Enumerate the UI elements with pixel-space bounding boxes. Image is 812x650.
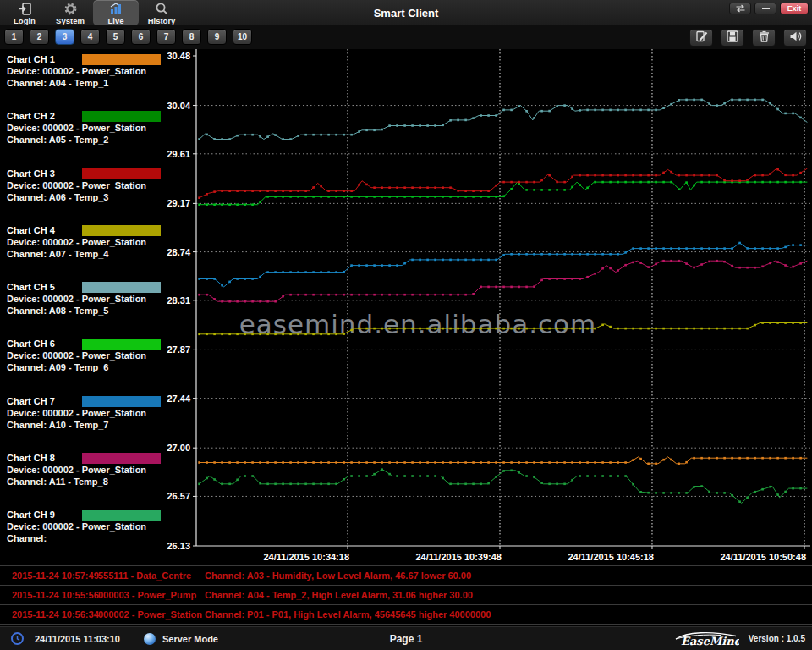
y-axis-label: 28.74 bbox=[167, 247, 190, 257]
y-axis-label: 27.44 bbox=[167, 394, 190, 404]
channel-color-swatch bbox=[82, 282, 161, 293]
window-buttons: Exit bbox=[729, 3, 809, 14]
status-bar: 24/11/2015 11:03:10 Server Mode Page 1 E… bbox=[0, 626, 812, 650]
nav-system[interactable]: System bbox=[47, 0, 93, 25]
alarm-row[interactable]: 2015-11-24 10:57:49555111 - Data_CentreC… bbox=[0, 566, 812, 586]
series-temp-3 bbox=[198, 168, 807, 199]
nav-live-label: Live bbox=[107, 16, 123, 25]
alarm-time: 2015-11-24 10:57:49 bbox=[0, 570, 98, 581]
swap-arrows-icon bbox=[735, 1, 746, 16]
clock-icon bbox=[10, 631, 25, 646]
channel-title: Chart CH 9 bbox=[7, 509, 82, 521]
page-tab-3[interactable]: 3 bbox=[55, 29, 74, 45]
floppy-disk-icon bbox=[727, 30, 738, 46]
channel-list: Chart CH 1Device: 000002 - Power_Station… bbox=[0, 49, 161, 565]
alarm-message: Channel: P01 - P01, High Level Alarm, 45… bbox=[205, 609, 491, 620]
channel-list-item[interactable]: Chart CH 1Device: 000002 - Power_Station… bbox=[0, 52, 161, 109]
page-tab-9[interactable]: 9 bbox=[207, 29, 227, 45]
series-temp-8 bbox=[198, 260, 807, 303]
nav-history-label: History bbox=[148, 16, 176, 25]
channel-channel: Channel: A07 - Temp_4 bbox=[7, 248, 161, 260]
channel-channel: Channel: A11 - Temp_8 bbox=[7, 476, 161, 488]
channel-device: Device: 000002 - Power_Station bbox=[7, 464, 161, 476]
alarm-device: 000002 - Power_Station bbox=[98, 609, 205, 620]
page-tab-1[interactable]: 1 bbox=[4, 29, 24, 45]
page-tab-7[interactable]: 7 bbox=[156, 29, 176, 45]
y-axis-labels: 30.4830.0429.6129.1728.7428.3127.8727.44… bbox=[167, 51, 190, 551]
alarm-row[interactable]: 2015-11-24 10:56:34000002 - Power_Statio… bbox=[0, 605, 812, 625]
series-temp-7 bbox=[198, 242, 807, 287]
channel-list-item[interactable]: Chart CH 3Device: 000002 - Power_Station… bbox=[0, 167, 161, 223]
nav-live[interactable]: Live bbox=[93, 0, 139, 25]
channel-title: Chart CH 5 bbox=[7, 281, 82, 293]
server-mode-label: Server Mode bbox=[162, 634, 218, 644]
volume-button[interactable] bbox=[783, 29, 807, 47]
bar-chart-icon bbox=[109, 2, 123, 16]
channel-device: Device: 000002 - Power_Station bbox=[7, 236, 161, 248]
save-button[interactable] bbox=[721, 29, 744, 47]
server-mode-icon bbox=[144, 633, 156, 645]
main-nav: Login System Live History bbox=[2, 0, 184, 25]
live-trend-chart: 30.4830.0429.6129.1728.7428.3127.8727.44… bbox=[161, 49, 812, 565]
channel-color-swatch bbox=[82, 339, 161, 350]
nav-history[interactable]: History bbox=[139, 0, 184, 25]
alarm-message: Channel: A04 - Temp_2, High Level Alarm,… bbox=[205, 590, 473, 600]
x-axis-label: 24/11/2015 10:45:18 bbox=[568, 552, 654, 562]
alarm-row[interactable]: 2015-11-24 10:55:56000003 - Power_PumpCh… bbox=[0, 586, 812, 605]
channel-color-swatch bbox=[82, 54, 161, 65]
minimize-button[interactable] bbox=[754, 3, 776, 14]
trash-can-icon bbox=[759, 30, 770, 46]
edit-button[interactable] bbox=[689, 29, 713, 47]
y-axis-label: 30.48 bbox=[167, 51, 190, 61]
y-axis-label: 29.17 bbox=[167, 198, 190, 208]
brand-text: EaseMind bbox=[681, 635, 739, 647]
channel-list-item[interactable]: Chart CH 4Device: 000002 - Power_Station… bbox=[0, 223, 161, 280]
page-tab-6[interactable]: 6 bbox=[131, 29, 151, 45]
channel-device: Device: 000002 - Power_Station bbox=[7, 350, 161, 361]
channel-device: Device: 000002 - Power_Station bbox=[7, 407, 161, 419]
smart-client-window: Login System Live History Smart bbox=[0, 0, 812, 650]
nav-login-label: Login bbox=[14, 16, 36, 25]
page-tab-10[interactable]: 10 bbox=[233, 29, 252, 45]
series-temp-5 bbox=[198, 99, 807, 140]
series-temp-1 bbox=[198, 457, 807, 465]
channel-color-swatch bbox=[82, 396, 161, 407]
watermark-text: easemind.en.alibaba.com bbox=[239, 309, 597, 339]
page-tab-5[interactable]: 5 bbox=[106, 29, 125, 45]
tab-row: 12345678910 bbox=[0, 25, 812, 49]
channel-channel: Channel: A10 - Temp_7 bbox=[7, 419, 161, 431]
switch-user-button[interactable] bbox=[729, 3, 751, 14]
channel-device: Device: 000002 - Power_Station bbox=[7, 521, 161, 532]
minimize-icon bbox=[762, 8, 770, 9]
channel-list-item[interactable]: Chart CH 9Device: 000002 - Power_Station… bbox=[0, 508, 161, 565]
channel-color-swatch bbox=[82, 453, 161, 464]
y-axis-label: 30.04 bbox=[167, 101, 190, 111]
channel-title: Chart CH 3 bbox=[7, 168, 82, 179]
x-axis-label: 24/11/2015 10:50:48 bbox=[720, 552, 806, 562]
chart-watermark: easemind.en.alibaba.com bbox=[239, 309, 597, 339]
version-label: Version : 1.0.5 bbox=[749, 634, 805, 643]
channel-list-item[interactable]: Chart CH 5Device: 000002 - Power_Station… bbox=[0, 280, 161, 337]
alarm-time: 2015-11-24 10:56:34 bbox=[0, 609, 98, 620]
y-axis-label: 28.31 bbox=[167, 295, 190, 306]
y-axis-label: 26.13 bbox=[167, 541, 190, 551]
channel-title: Chart CH 8 bbox=[7, 452, 82, 464]
channel-list-item[interactable]: Chart CH 6Device: 000002 - Power_Station… bbox=[0, 337, 161, 394]
y-axis-label: 27.00 bbox=[167, 443, 190, 453]
page-pencil-icon bbox=[695, 30, 708, 46]
page-tab-2[interactable]: 2 bbox=[30, 29, 49, 45]
nav-login[interactable]: Login bbox=[2, 0, 47, 25]
channel-list-item[interactable]: Chart CH 7Device: 000002 - Power_Station… bbox=[0, 394, 161, 451]
channel-list-item[interactable]: Chart CH 2Device: 000002 - Power_Station… bbox=[0, 109, 161, 166]
channel-list-item[interactable]: Chart CH 8Device: 000002 - Power_Station… bbox=[0, 451, 161, 508]
page-tab-8[interactable]: 8 bbox=[182, 29, 201, 45]
channel-channel: Channel: A09 - Temp_6 bbox=[7, 361, 161, 373]
nav-system-label: System bbox=[56, 16, 85, 25]
x-axis-label: 24/11/2015 10:34:18 bbox=[263, 552, 349, 562]
delete-button[interactable] bbox=[752, 29, 776, 47]
channel-title: Chart CH 7 bbox=[7, 395, 82, 407]
exit-button[interactable]: Exit bbox=[780, 3, 809, 14]
y-axis-label: 26.57 bbox=[167, 491, 190, 501]
header: Login System Live History Smart bbox=[0, 0, 812, 25]
page-tab-4[interactable]: 4 bbox=[80, 29, 100, 45]
